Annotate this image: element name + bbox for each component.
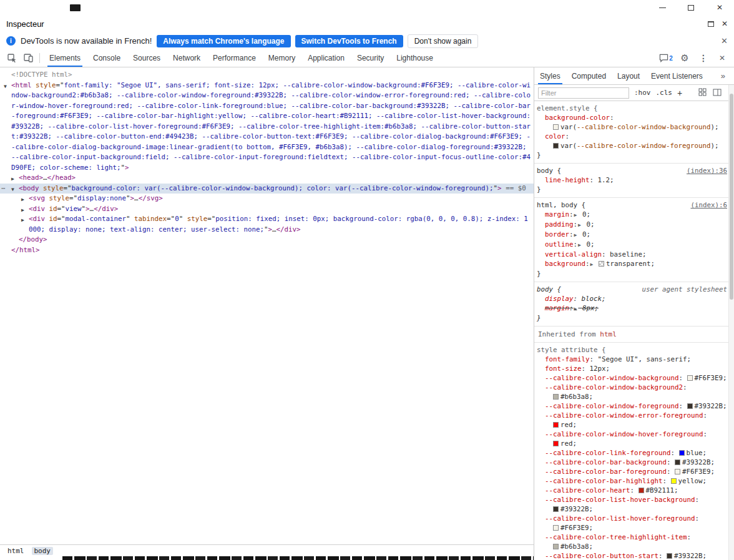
dom-node-line[interactable]: <!DOCTYPE html> [0,70,534,81]
tab-network[interactable]: Network [167,49,207,67]
color-swatch[interactable] [553,506,559,512]
expand-shorthand-icon[interactable]: ▶ [590,262,594,267]
css-property[interactable]: --calibre-color-heart: #B92111; [537,486,727,495]
device-toolbar-icon[interactable] [20,50,36,66]
new-style-rule-button[interactable]: + [677,88,682,98]
dom-node-line[interactable]: </html> [0,245,534,256]
color-swatch[interactable] [599,261,604,267]
dom-node-line[interactable]: ▶<div id="view">…</div> [0,204,534,215]
tab-elements[interactable]: Elements [43,49,87,67]
color-swatch[interactable] [671,478,677,484]
tab-sources[interactable]: Sources [127,49,167,67]
stylesheet-source-link[interactable]: (index):36 [683,166,727,175]
console-drawer-icon[interactable]: 2 [658,50,674,66]
float-panel-icon[interactable] [708,21,714,27]
css-property[interactable]: --calibre-color-window-background2: #b6b… [537,383,727,401]
pseudo-state-toggle[interactable]: :hov [634,89,651,97]
collapse-arrow-icon[interactable]: ▼ [4,82,7,92]
css-property[interactable]: color: var(--calibre-color-window-foregr… [537,132,727,150]
styles-scrollbar[interactable] [728,85,734,560]
color-swatch[interactable] [553,143,559,149]
tab-console[interactable]: Console [87,49,127,67]
dom-node-line[interactable]: ▶<div id="modal-container" tabindex="0" … [0,214,534,235]
css-property[interactable]: padding:▶ 0; [537,220,727,230]
css-property[interactable]: --calibre-color-window-hover-foreground:… [537,430,727,448]
css-property[interactable]: --calibre-color-bar-foreground: #F6F3E9; [537,467,727,476]
don-t-show-again-button[interactable]: Don't show again [408,34,479,48]
color-swatch[interactable] [639,488,644,493]
css-property[interactable]: --calibre-color-bar-highlight: yellow; [537,476,727,486]
inspect-element-icon[interactable] [4,50,20,66]
settings-gear-icon[interactable]: ⚙ [677,50,693,66]
color-swatch[interactable] [667,553,672,559]
more-options-icon[interactable]: ⋮ [695,50,712,66]
sidebar-tab-computed[interactable]: Computed [566,67,612,84]
color-swatch[interactable] [553,525,559,531]
color-swatch[interactable] [675,469,680,474]
grid-overlays-icon[interactable] [698,87,707,99]
expand-shorthand-icon[interactable]: ▶ [578,222,581,228]
color-swatch[interactable] [553,441,559,446]
color-swatch[interactable] [553,394,559,400]
color-swatch[interactable] [687,403,693,409]
class-toggle[interactable]: .cls [656,89,673,97]
color-swatch[interactable] [553,422,559,428]
styles-filter-input[interactable] [538,87,629,99]
css-property[interactable]: line-height: 1.2; [537,175,727,185]
minimize-button[interactable] [648,0,677,15]
always-match-chrome-s-language-button[interactable]: Always match Chrome's language [157,35,290,47]
scrollbar-thumb[interactable] [730,94,733,300]
css-property[interactable]: font-family: "Segoe UI", sans-serif; [537,355,727,364]
tab-lighthouse[interactable]: Lighthouse [390,49,439,67]
css-property[interactable]: background-color: var(--calibre-color-wi… [537,113,727,132]
color-swatch[interactable] [553,544,559,549]
stylesheet-source-link[interactable]: (index):6 [687,200,727,210]
color-swatch[interactable] [679,450,685,456]
computed-sidebar-toggle-icon[interactable] [713,87,722,99]
tab-application[interactable]: Application [301,49,351,67]
close-button[interactable]: ✕ [705,0,734,15]
breadcrumb-item-body[interactable]: body [32,547,54,555]
more-tabs-icon[interactable]: » [721,71,734,81]
dom-node-line[interactable]: ⋯▼<body style="background-color: var(--c… [0,184,534,194]
tab-security[interactable]: Security [351,49,390,67]
css-property[interactable]: --calibre-color-list-hover-background: #… [537,495,727,514]
maximize-button[interactable] [677,0,705,15]
css-property[interactable]: outline:▶ 0; [537,240,727,250]
expand-shorthand-icon[interactable]: ▶ [574,306,577,312]
css-property[interactable]: border:▶ 0; [537,230,727,240]
css-property[interactable]: --calibre-color-window-foreground: #3932… [537,401,727,411]
css-property[interactable]: --calibre-color-button-start: #39322B; [537,551,727,560]
color-swatch[interactable] [675,459,680,465]
css-property[interactable]: display: block; [537,294,727,303]
expand-shorthand-icon[interactable]: ▶ [578,242,581,248]
css-property[interactable]: --calibre-color-window-error-foreground:… [537,411,727,430]
css-property[interactable]: --calibre-color-window-background: #F6F3… [537,373,727,383]
tab-performance[interactable]: Performance [207,49,262,67]
dom-node-line[interactable]: ▼<html style="font-family: "Segoe UI", s… [0,81,534,174]
sidebar-tab-event-listeners[interactable]: Event Listeners [645,67,708,84]
sidebar-tab-styles[interactable]: Styles [534,67,566,84]
css-property[interactable]: margin:▶ 0; [537,210,727,220]
color-swatch[interactable] [687,375,693,381]
breadcrumb-item-html[interactable]: html [5,547,27,555]
infobar-close-icon[interactable]: ✕ [721,37,728,45]
css-property[interactable]: --calibre-color-bar-background: #39322B; [537,458,727,467]
css-property[interactable]: font-size: 12px; [537,364,727,373]
color-swatch[interactable] [553,124,559,130]
css-property[interactable]: vertical-align: baseline; [537,250,727,259]
expand-shorthand-icon[interactable]: ▶ [574,232,577,238]
sidebar-tab-layout[interactable]: Layout [612,67,645,84]
dom-node-line[interactable]: ▶<svg style="display:none">…</svg> [0,194,534,204]
close-devtools-icon[interactable]: ✕ [714,50,730,66]
node-options-dots[interactable]: ⋯ [1,184,6,194]
css-property[interactable]: --calibre-color-link-foreground: blue; [537,448,727,458]
expand-shorthand-icon[interactable]: ▶ [574,212,577,218]
close-panel-icon[interactable]: ✕ [722,20,728,27]
dom-node-line[interactable]: ▶<head>…</head> [0,173,534,184]
expand-arrow-icon[interactable]: ▶ [21,215,24,226]
switch-devtools-to-french-button[interactable]: Switch DevTools to French [295,35,403,47]
css-property[interactable]: margin:▶ 8px; [537,303,727,313]
css-property[interactable]: background:▶ transparent; [537,259,727,269]
tab-memory[interactable]: Memory [262,49,301,67]
